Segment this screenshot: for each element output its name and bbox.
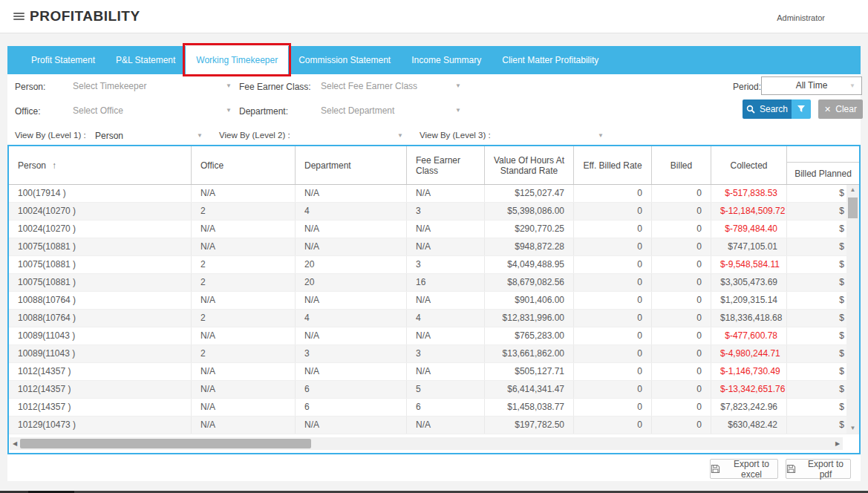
tab-pl-statement[interactable]: P&L Statement — [105, 46, 186, 74]
cell-collected: $-13,342,651.76 — [711, 381, 786, 398]
column-header-collected[interactable]: Collected — [711, 146, 786, 184]
column-header-value-of-hours[interactable]: Value Of Hours At Standard Rate — [484, 146, 573, 184]
table-row[interactable]: 10089(11043 )N/AN/AN/A$765,283.0000$-477… — [9, 327, 859, 345]
tab-working-timekeeper-label: Working Timekeeper — [196, 55, 278, 65]
tab-commission-statement[interactable]: Commission Statement — [288, 46, 401, 74]
tab-client-matter-profitability[interactable]: Client Matter Profitability — [492, 46, 609, 74]
chevron-down-icon[interactable]: ▼ — [197, 132, 203, 139]
fee-earner-class-filter-select[interactable]: Select Fee Earner Class ▼ — [313, 79, 467, 95]
cell-collected: $-4,980,244.71 — [711, 345, 786, 362]
cell-office: N/A — [191, 363, 295, 380]
column-header-billed-planned-box: Billed Planned — [786, 162, 859, 184]
column-header-billed[interactable]: Billed — [651, 146, 711, 184]
horizontal-scrollbar[interactable]: ◀ ▶ — [10, 437, 843, 450]
cell-person: 1012(14357 ) — [9, 363, 191, 380]
vertical-scrollbar-thumb[interactable] — [848, 197, 858, 218]
cell-person: 1012(14357 ) — [9, 381, 191, 398]
cell-fee-class: 3 — [406, 256, 484, 273]
tab-income-summary[interactable]: Income Summary — [401, 46, 492, 74]
period-select[interactable]: All Time ▼ — [761, 76, 862, 95]
cell-department: 3 — [295, 345, 406, 362]
table-row[interactable]: 1012(14357 )N/A66$1,458,038.7700$7,823,2… — [9, 399, 859, 417]
scroll-left-icon[interactable]: ◀ — [10, 437, 20, 450]
cell-fee-class: N/A — [406, 238, 484, 255]
view-by-level1-value[interactable]: Person — [95, 131, 123, 141]
cell-rate: 0 — [573, 381, 651, 398]
vertical-scrollbar[interactable]: ▲ ▼ — [846, 185, 859, 434]
view-by-level1-label: View By (Level 1) : — [15, 131, 86, 140]
cell-billed: 0 — [651, 185, 711, 202]
table-header-row: Person ↑ Office Department Fee Earner Cl… — [9, 146, 859, 185]
cell-rate: 0 — [573, 399, 651, 416]
period-value: All Time — [762, 80, 861, 91]
cell-fee-class: 4 — [406, 310, 484, 327]
cell-department: 6 — [295, 381, 406, 398]
column-header-billed-planned[interactable]: Billed Planned — [786, 146, 859, 184]
menu-icon[interactable] — [13, 13, 25, 22]
scroll-down-icon[interactable]: ▼ — [846, 423, 859, 434]
tab-profit-statement[interactable]: Profit Statement — [21, 46, 105, 74]
clear-button[interactable]: ✕ Clear — [818, 99, 863, 119]
export-to-excel-button[interactable]: Export to excel — [710, 459, 778, 479]
table-row[interactable]: 10075(10881 )N/AN/AN/A$948,872.2800$747,… — [9, 238, 859, 256]
column-header-office[interactable]: Office — [191, 146, 295, 184]
filter-funnel-button[interactable] — [792, 99, 811, 119]
cell-collected: $-9,548,584.11 — [711, 256, 786, 273]
tab-working-timekeeper[interactable]: Working Timekeeper — [186, 46, 288, 74]
column-header-person[interactable]: Person ↑ — [9, 146, 191, 184]
cell-billed: 0 — [651, 221, 711, 238]
table-row[interactable]: 1012(14357 )N/A65$6,414,341.4700$-13,342… — [9, 381, 859, 399]
cell-department: N/A — [295, 417, 406, 434]
cell-collected: $7,823,242.96 — [711, 399, 786, 416]
column-header-department[interactable]: Department — [295, 146, 406, 184]
scroll-up-icon[interactable]: ▲ — [846, 185, 859, 195]
cell-value: $12,831,996.00 — [484, 310, 573, 327]
scroll-right-icon[interactable]: ▶ — [832, 437, 843, 450]
cell-rate: 0 — [573, 363, 651, 380]
department-filter-select[interactable]: Select Department ▼ — [313, 103, 467, 120]
cell-billed: 0 — [651, 292, 711, 309]
cell-collected: $18,336,418.68 — [711, 310, 786, 327]
cell-rate: 0 — [573, 185, 651, 202]
chevron-down-icon[interactable]: ▼ — [598, 132, 604, 139]
cell-billed: 0 — [651, 381, 711, 398]
column-header-eff-billed-rate[interactable]: Eff. Billed Rate — [573, 146, 651, 184]
chevron-down-icon[interactable]: ▼ — [397, 132, 403, 139]
table-row[interactable]: 1012(14357 )N/AN/AN/A$505,127.7100$-1,14… — [9, 363, 859, 381]
cell-department: N/A — [295, 292, 406, 309]
table-row[interactable]: 10129(10473 )N/AN/AN/A$197,782.5000$630,… — [9, 417, 859, 434]
table-row[interactable]: 10024(10270 )N/AN/AN/A$290,770.2500$-789… — [9, 221, 859, 238]
cell-rate: 0 — [573, 274, 651, 291]
horizontal-scrollbar-thumb[interactable] — [20, 439, 311, 448]
table-body: 100(17914 )N/AN/AN/A$125,027.4700$-517,8… — [9, 185, 859, 434]
cell-office: 2 — [191, 345, 295, 362]
export-to-pdf-button[interactable]: Export to pdf — [786, 459, 851, 479]
cell-collected: $747,105.01 — [711, 238, 786, 255]
chevron-down-icon: ▼ — [455, 107, 461, 114]
person-filter-select[interactable]: Select Timekeeper ▼ — [65, 79, 238, 95]
table-row[interactable]: 10075(10881 )2203$4,049,488.9500$-9,548,… — [9, 256, 859, 274]
user-label[interactable]: Administrator — [777, 13, 825, 22]
cell-office: 2 — [191, 256, 295, 273]
table-row[interactable]: 10075(10881 )22016$8,679,082.5600$3,305,… — [9, 274, 859, 292]
cell-billed: 0 — [651, 363, 711, 380]
cell-office: N/A — [191, 399, 295, 416]
table-row[interactable]: 10088(10764 )244$12,831,996.0000$18,336,… — [9, 310, 859, 327]
cell-department: 6 — [295, 399, 406, 416]
cell-department: 20 — [295, 256, 406, 273]
table-row[interactable]: 10024(10270 )243$5,398,086.0000$-12,184,… — [9, 203, 859, 221]
column-header-fee-earner-class[interactable]: Fee Earner Class — [406, 146, 484, 184]
cell-office: N/A — [191, 327, 295, 345]
cell-fee-class: N/A — [406, 292, 484, 309]
search-icon — [746, 105, 755, 114]
chevron-down-icon: ▼ — [455, 82, 461, 89]
search-button[interactable]: Search — [743, 99, 792, 119]
cell-person: 100(17914 ) — [9, 185, 191, 202]
table-row[interactable]: 100(17914 )N/AN/AN/A$125,027.4700$-517,8… — [9, 185, 859, 203]
table-row[interactable]: 10088(10764 )N/AN/AN/A$901,406.0000$1,20… — [9, 292, 859, 310]
office-filter-select[interactable]: Select Office ▼ — [65, 103, 238, 120]
office-filter-placeholder: Select Office — [73, 105, 123, 116]
table-row[interactable]: 10089(11043 )233$13,661,862.0000$-4,980,… — [9, 345, 859, 363]
cell-value: $13,661,862.00 — [484, 345, 573, 362]
cell-person: 10088(10764 ) — [9, 310, 191, 327]
